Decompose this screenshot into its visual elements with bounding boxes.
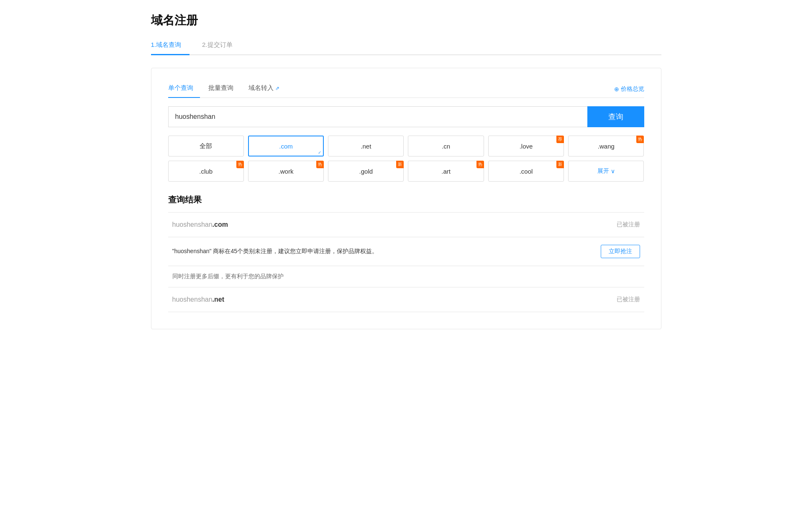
ext-cool[interactable]: .cool 新	[488, 161, 564, 182]
price-overview-button[interactable]: ⊕ 价格总览	[614, 85, 644, 93]
results-title: 查询结果	[168, 194, 644, 205]
ext-art-label: .art	[441, 168, 451, 175]
price-overview-icon: ⊕	[614, 86, 619, 92]
ext-art[interactable]: .art 热	[408, 161, 484, 182]
result-domain-com: huoshenshan.com	[172, 221, 228, 228]
ext-art-badge: 热	[476, 161, 484, 168]
result-domain-net: huoshenshan.net	[172, 296, 225, 303]
ext-club-badge: 热	[236, 161, 244, 168]
search-row: 查询	[168, 106, 644, 127]
ext-work-label: .work	[279, 168, 294, 175]
external-link-icon: ⇗	[275, 85, 279, 91]
ext-club[interactable]: .club 热	[168, 161, 244, 182]
ext-love-label: .love	[520, 143, 533, 150]
search-button[interactable]: 查询	[587, 106, 644, 127]
ext-com-label: .com	[279, 143, 293, 150]
ext-gold-badge: 新	[396, 161, 404, 168]
sub-tabs-row: 单个查询 批量查询 域名转入 ⇗ ⊕ 价格总览	[168, 81, 644, 98]
ext-love-badge: 荐	[556, 136, 564, 143]
domain-prefix-net: huoshenshan	[172, 296, 213, 303]
ext-cool-badge: 新	[556, 161, 564, 168]
ext-cool-label: .cool	[520, 168, 533, 175]
ext-wang-badge: 热	[636, 136, 644, 143]
ext-wang[interactable]: .wang 热	[568, 136, 644, 156]
price-overview-label: 价格总览	[621, 85, 644, 93]
trademark-row: "huoshenshan" 商标在45个类别未注册，建议您立即申请注册，保护品牌…	[168, 237, 644, 266]
ext-wang-label: .wang	[598, 143, 615, 150]
extension-grid: 全部 .com .net .cn .love 荐 .wang 热	[168, 136, 644, 182]
main-card: 单个查询 批量查询 域名转入 ⇗ ⊕ 价格总览 查询 全部 .com	[151, 68, 661, 329]
ext-love[interactable]: .love 荐	[488, 136, 564, 156]
sub-tab-batch-query[interactable]: 批量查询	[208, 81, 240, 98]
ext-club-label: .club	[199, 168, 213, 175]
sub-tab-single-query[interactable]: 单个查询	[168, 81, 200, 98]
ext-cn[interactable]: .cn	[408, 136, 484, 156]
expand-icon: ∨	[611, 168, 615, 174]
main-tabs: 1.域名查询 2.提交订单	[151, 37, 661, 55]
domain-prefix-com: huoshenshan	[172, 221, 213, 228]
ext-all-label: 全部	[200, 142, 212, 150]
result-row-com: huoshenshan.com 已被注册	[168, 213, 644, 237]
expand-button[interactable]: 展开 ∨	[568, 161, 644, 182]
tab-domain-query[interactable]: 1.域名查询	[151, 37, 190, 55]
sub-tab-domain-transfer[interactable]: 域名转入 ⇗	[248, 81, 286, 98]
trademark-text: "huoshenshan" 商标在45个类别未注册，建议您立即申请注册，保护品牌…	[172, 248, 378, 255]
domain-suffix-net: .net	[213, 296, 224, 303]
tab-submit-order[interactable]: 2.提交订单	[202, 37, 241, 55]
domain-transfer-label: 域名转入	[248, 84, 274, 91]
ext-net[interactable]: .net	[328, 136, 404, 156]
results-section: 查询结果 huoshenshan.com 已被注册 "huoshenshan" …	[168, 194, 644, 312]
ext-com[interactable]: .com	[248, 136, 324, 156]
result-row-net: huoshenshan.net 已被注册	[168, 287, 644, 312]
ext-gold[interactable]: .gold 新	[328, 161, 404, 182]
result-status-net: 已被注册	[617, 296, 640, 303]
ext-cn-label: .cn	[442, 143, 450, 150]
page-title: 域名注册	[151, 13, 661, 28]
ext-work[interactable]: .work 热	[248, 161, 324, 182]
ext-net-label: .net	[361, 143, 371, 150]
domain-suffix-com: .com	[213, 221, 228, 228]
ext-work-badge: 热	[316, 161, 324, 168]
ext-gold-label: .gold	[359, 168, 373, 175]
register-now-button[interactable]: 立即抢注	[601, 245, 640, 258]
search-input[interactable]	[168, 106, 587, 127]
ext-all[interactable]: 全部	[168, 136, 244, 156]
result-status-com: 已被注册	[617, 221, 640, 228]
expand-label: 展开	[597, 167, 609, 175]
more-suffix-tip: 同时注册更多后缀，更有利于您的品牌保护	[168, 266, 644, 287]
